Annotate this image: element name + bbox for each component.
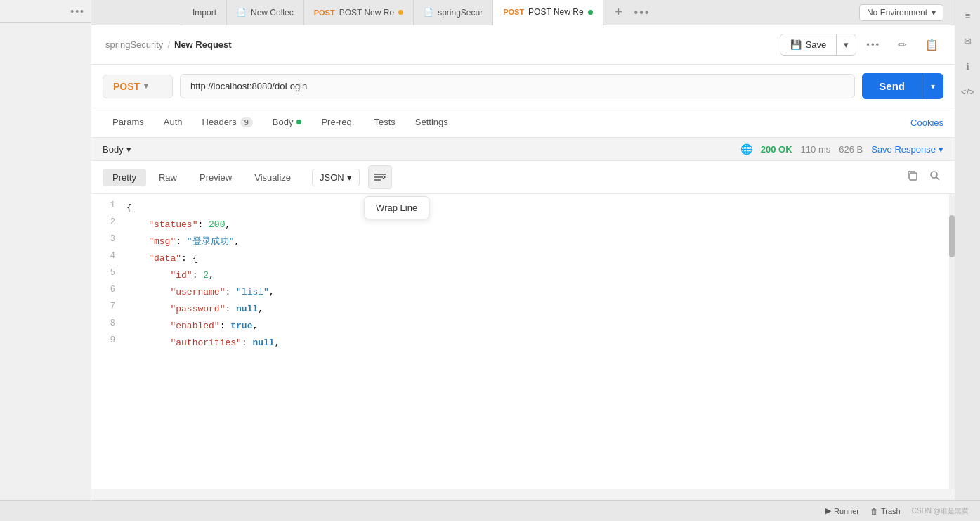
sidebar-code-icon[interactable]: </>: [958, 82, 978, 101]
tab-headers-label: Headers: [202, 117, 237, 127]
line-num-4: 4: [91, 250, 126, 261]
visualize-view-button[interactable]: Visualize: [244, 169, 301, 186]
method-select[interactable]: POST ▾: [103, 75, 173, 98]
method-label: POST: [113, 81, 140, 92]
tab-tests[interactable]: Tests: [364, 108, 405, 137]
scrollbar-track: [949, 194, 955, 489]
header-more-button[interactable]: •••: [862, 39, 884, 50]
runner-label: Runner: [834, 507, 859, 515]
line-content-8: "enabled": true,: [126, 318, 955, 335]
tab-new-collection-label: New Collec: [251, 8, 294, 18]
tab-headers[interactable]: Headers 9: [192, 108, 263, 137]
scrollbar-thumb[interactable]: [949, 215, 955, 257]
code-line-4: 4 "data": {: [91, 250, 955, 267]
save-button[interactable]: 💾 Save: [780, 34, 837, 55]
line-content-3: "msg": "登录成功",: [126, 233, 955, 250]
save-disk-icon: 💾: [790, 39, 802, 50]
post-method-label-1: POST: [314, 8, 335, 17]
trash-button[interactable]: 🗑 Trash: [870, 507, 901, 515]
save-response-chevron-icon: ▾: [939, 144, 943, 155]
response-header: Body ▾ 🌐 200 OK 110 ms 626 B Save Respon…: [91, 138, 955, 161]
svg-rect-3: [910, 173, 917, 180]
wrap-icon: [374, 172, 386, 182]
code-line-2: 2 "statues": 200,: [91, 217, 955, 233]
send-btn-group: Send ▾: [862, 73, 943, 99]
url-input[interactable]: [180, 74, 855, 98]
tab-dot-green: [588, 10, 593, 15]
line-content-1: {: [126, 200, 955, 217]
line-content-9: "authorities": null,: [126, 335, 955, 352]
tab-spring-security[interactable]: 📄 springSecur: [414, 0, 493, 25]
watermark: CSDN @谁是黑黄: [912, 506, 969, 516]
tab-body[interactable]: Body: [263, 108, 312, 137]
sidebar-chat-icon[interactable]: ✉: [958, 31, 978, 51]
code-icons: [904, 167, 943, 187]
response-status: 200 OK: [761, 144, 792, 155]
tab-import-label: Import: [192, 8, 216, 18]
body-chevron-icon: ▾: [126, 144, 131, 155]
bottom-bar: ▶ Runner 🗑 Trash CSDN @谁是黑黄: [0, 500, 980, 521]
raw-view-button[interactable]: Raw: [149, 169, 187, 186]
sidebar-doc-icon[interactable]: ≡: [958, 6, 978, 25]
tab-body-label: Body: [273, 117, 294, 127]
tab-settings-label: Settings: [415, 117, 448, 127]
copy-icon: [907, 170, 918, 181]
svg-line-5: [936, 177, 939, 180]
preview-view-button[interactable]: Preview: [190, 169, 242, 186]
code-toolbar: Pretty Raw Preview Visualize JSON ▾ Wrap…: [91, 161, 955, 194]
tab-post-new-req-2[interactable]: POST POST New Re: [493, 0, 603, 25]
globe-icon: 🌐: [740, 143, 752, 155]
runner-button[interactable]: ▶ Runner: [825, 506, 859, 515]
breadcrumb-current: New Request: [174, 39, 232, 50]
env-label: No Environment: [867, 8, 927, 18]
tab-params[interactable]: Params: [103, 108, 154, 137]
tab-more-button[interactable]: •••: [634, 6, 651, 19]
tab-new-collection[interactable]: 📄 New Collec: [227, 0, 304, 25]
tab-settings[interactable]: Settings: [405, 108, 458, 137]
add-tab-button[interactable]: +: [609, 3, 629, 22]
env-chevron-icon: ▾: [932, 8, 936, 18]
sidebar-top: •••: [0, 0, 91, 23]
tab-post-new-req-1[interactable]: POST POST New Re: [304, 0, 414, 25]
line-num-2: 2: [91, 217, 126, 227]
env-dropdown[interactable]: No Environment ▾: [859, 4, 943, 21]
response-size: 626 B: [839, 144, 863, 155]
save-label: Save: [806, 39, 827, 50]
line-content-7: "password": null,: [126, 301, 955, 318]
wrap-line-button[interactable]: [368, 165, 392, 189]
url-bar: POST ▾ Send ▾: [91, 65, 955, 108]
sidebar-more-button[interactable]: •••: [70, 6, 85, 17]
format-select[interactable]: JSON ▾: [312, 169, 360, 186]
pretty-view-button[interactable]: Pretty: [103, 169, 146, 186]
line-content-5: "id": 2,: [126, 267, 955, 284]
trash-icon: 🗑: [870, 507, 878, 515]
copy-button[interactable]: [904, 167, 921, 187]
tab-import[interactable]: Import: [183, 0, 227, 25]
breadcrumb-collection: springSecurity: [105, 39, 163, 50]
line-content-4: "data": {: [126, 250, 955, 267]
code-line-6: 6 "username": "lisi",: [91, 284, 955, 301]
tab-auth[interactable]: Auth: [154, 108, 192, 137]
cookies-link[interactable]: Cookies: [910, 109, 943, 136]
save-response-button[interactable]: Save Response ▾: [871, 144, 943, 155]
sidebar-info-icon[interactable]: ℹ: [958, 56, 978, 76]
search-icon: [929, 170, 941, 181]
response-time: 110 ms: [801, 144, 831, 155]
runner-icon: ▶: [825, 506, 831, 515]
tab-post-new-req-1-label: POST New Re: [339, 8, 394, 18]
code-editor: 1 { 2 "statues": 200, 3 "msg": "登录成功", 4…: [91, 194, 955, 489]
comment-icon-button[interactable]: 📋: [920, 33, 943, 57]
save-dropdown-button[interactable]: ▾: [836, 34, 856, 55]
edit-icon-button[interactable]: ✏: [890, 33, 914, 57]
search-button[interactable]: [927, 167, 943, 187]
tab-prereq[interactable]: Pre-req.: [311, 108, 364, 137]
send-button[interactable]: Send: [862, 73, 922, 99]
svg-point-4: [931, 172, 937, 178]
response-meta: 🌐 200 OK 110 ms 626 B Save Response ▾: [740, 143, 943, 155]
line-num-1: 1: [91, 200, 126, 210]
send-dropdown-button[interactable]: ▾: [922, 75, 943, 98]
line-num-8: 8: [91, 318, 126, 328]
wrap-line-container: Wrap Line: [362, 165, 392, 189]
body-dot: [296, 120, 301, 124]
response-body-label[interactable]: Body ▾: [103, 144, 131, 155]
